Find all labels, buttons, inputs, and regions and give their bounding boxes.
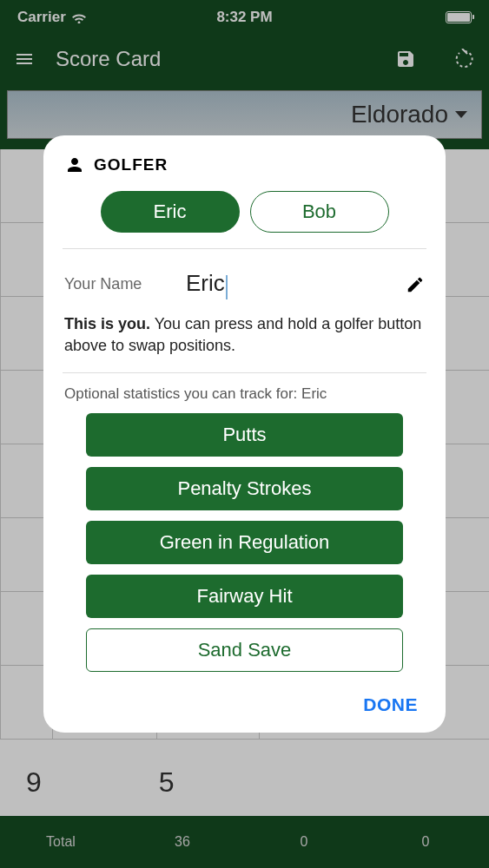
person-icon <box>64 155 85 175</box>
instruction-text: This is you. You can press and hold a go… <box>64 312 425 369</box>
dialog-title: GOLFER <box>94 155 168 174</box>
golfer-button-eric[interactable]: Eric <box>101 191 240 233</box>
stat-gir-button[interactable]: Green in Regulation <box>86 521 403 564</box>
golfer-button-bob[interactable]: Bob <box>250 191 389 233</box>
stats-label: Optional statistics you can track for: E… <box>64 377 425 413</box>
done-button[interactable]: DONE <box>363 694 418 715</box>
stat-putts-button[interactable]: Putts <box>86 413 403 457</box>
stat-penalty-button[interactable]: Penalty Strokes <box>86 467 403 510</box>
name-input[interactable]: Eric <box>186 270 225 296</box>
divider <box>63 372 426 373</box>
golfer-dialog: GOLFER Eric Bob Your Name Eric This is y… <box>43 135 446 733</box>
text-cursor <box>226 275 228 299</box>
stat-sandsave-button[interactable]: Sand Save <box>86 628 403 672</box>
edit-icon[interactable] <box>406 275 425 294</box>
divider <box>63 248 426 249</box>
stat-fairway-button[interactable]: Fairway Hit <box>86 575 403 618</box>
name-label: Your Name <box>64 275 186 293</box>
